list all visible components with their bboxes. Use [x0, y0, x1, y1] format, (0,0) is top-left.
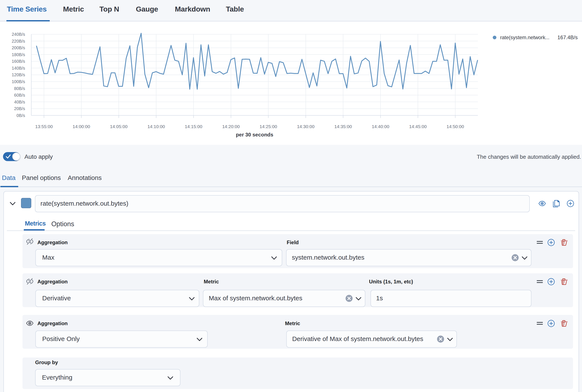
svg-text:14:10:00: 14:10:00	[147, 124, 165, 129]
svg-text:200B/s: 200B/s	[12, 46, 25, 50]
svg-text:167.4B/s: 167.4B/s	[557, 34, 578, 40]
svg-text:14:05:00: 14:05:00	[110, 124, 128, 129]
svg-text:0B/s: 0B/s	[17, 113, 25, 118]
svg-text:13:55:00: 13:55:00	[35, 124, 53, 129]
svg-text:14:45:00: 14:45:00	[409, 124, 427, 129]
svg-text:40B/s: 40B/s	[14, 100, 25, 104]
svg-text:240B/s: 240B/s	[12, 32, 25, 37]
svg-text:14:15:00: 14:15:00	[185, 124, 202, 129]
svg-text:160B/s: 160B/s	[12, 59, 25, 64]
svg-text:14:25:00: 14:25:00	[260, 124, 277, 129]
svg-text:14:50:00: 14:50:00	[447, 124, 464, 129]
svg-text:120B/s: 120B/s	[12, 72, 25, 77]
svg-text:14:35:00: 14:35:00	[334, 124, 352, 129]
svg-text:80B/s: 80B/s	[14, 86, 25, 91]
svg-text:per 30 seconds: per 30 seconds	[236, 132, 273, 138]
svg-text:14:30:00: 14:30:00	[297, 124, 315, 129]
svg-text:20B/s: 20B/s	[14, 106, 25, 111]
svg-text:14:20:00: 14:20:00	[222, 124, 240, 129]
svg-text:220B/s: 220B/s	[12, 39, 25, 44]
svg-text:180B/s: 180B/s	[12, 52, 25, 57]
svg-text:14:40:00: 14:40:00	[372, 124, 389, 129]
svg-text:100B/s: 100B/s	[12, 79, 25, 84]
svg-text:60B/s: 60B/s	[14, 93, 25, 98]
svg-text:14:00:00: 14:00:00	[73, 124, 90, 129]
svg-text:140B/s: 140B/s	[12, 66, 25, 70]
svg-text:rate(system.network...: rate(system.network...	[500, 35, 549, 40]
